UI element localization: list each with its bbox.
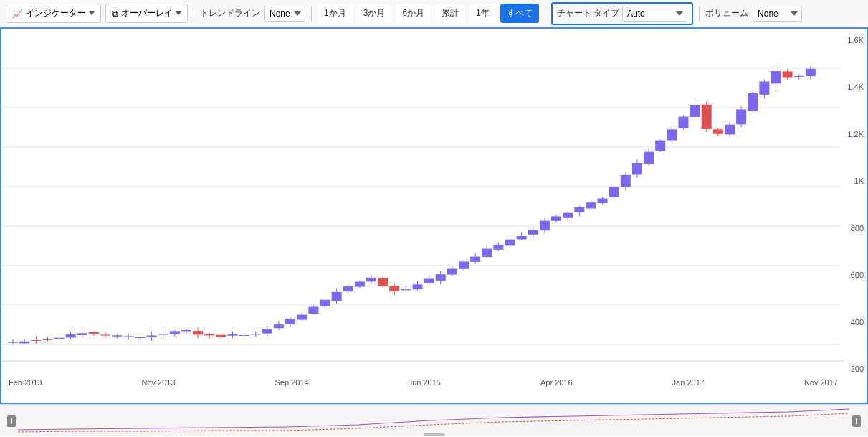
- svg-rect-73: [378, 278, 388, 286]
- svg-rect-53: [262, 329, 272, 334]
- mini-chart-svg: [0, 405, 868, 433]
- svg-rect-69: [355, 282, 365, 287]
- overlay-button[interactable]: ⧉ オーバーレイ: [105, 4, 188, 23]
- svg-rect-83: [436, 274, 446, 281]
- svg-rect-107: [574, 207, 584, 212]
- svg-rect-23: [89, 332, 99, 334]
- svg-rect-13: [31, 340, 41, 341]
- svg-rect-75: [389, 286, 399, 292]
- svg-rect-71: [366, 278, 376, 281]
- mini-price-line-1: [18, 409, 849, 430]
- svg-rect-115: [621, 175, 631, 187]
- svg-rect-99: [528, 230, 538, 235]
- svg-rect-123: [667, 129, 677, 140]
- period-1year-button[interactable]: 1年: [469, 4, 496, 23]
- period-6month-button[interactable]: 6か月: [396, 4, 431, 23]
- svg-rect-59: [297, 314, 307, 319]
- separator-1: [194, 6, 194, 21]
- separator-2: [311, 6, 312, 21]
- svg-rect-33: [147, 335, 157, 337]
- svg-rect-127: [690, 105, 700, 117]
- svg-rect-147: [806, 69, 816, 76]
- svg-rect-41: [193, 331, 203, 334]
- svg-rect-101: [540, 221, 550, 231]
- svg-rect-45: [216, 335, 226, 337]
- period-1month-button[interactable]: 1か月: [318, 4, 353, 23]
- svg-rect-139: [759, 82, 769, 95]
- svg-rect-21: [77, 333, 87, 335]
- svg-rect-31: [135, 337, 145, 338]
- svg-rect-117: [632, 163, 642, 174]
- svg-rect-39: [181, 330, 191, 332]
- mini-price-line-2: [18, 413, 849, 432]
- svg-rect-105: [563, 213, 573, 218]
- svg-rect-61: [308, 307, 318, 314]
- period-3month-button[interactable]: 3か月: [357, 4, 392, 23]
- svg-rect-81: [424, 278, 434, 283]
- svg-rect-113: [609, 187, 619, 197]
- mini-chart-resize-handle[interactable]: [424, 432, 445, 436]
- svg-rect-29: [123, 336, 133, 337]
- svg-rect-51: [251, 334, 261, 334]
- svg-rect-11: [19, 342, 29, 344]
- resize-bar: [424, 433, 445, 436]
- svg-rect-129: [702, 105, 712, 129]
- svg-rect-25: [100, 335, 110, 336]
- chart-type-group: チャート タイプ Auto Candlestick OHLC Line Area: [551, 2, 693, 25]
- svg-rect-119: [644, 152, 654, 164]
- svg-rect-141: [771, 71, 781, 83]
- svg-rect-133: [725, 125, 735, 135]
- svg-rect-97: [517, 236, 527, 239]
- trendline-select[interactable]: None Line Ray: [264, 6, 305, 22]
- separator-3: [545, 6, 545, 21]
- separator-4: [699, 6, 700, 21]
- period-all-button[interactable]: すべて: [500, 4, 539, 23]
- svg-rect-19: [66, 334, 76, 337]
- svg-rect-47: [227, 334, 237, 336]
- indicator-chevron-icon: [89, 11, 95, 15]
- svg-rect-111: [598, 199, 608, 204]
- chart-type-label: チャート タイプ: [557, 7, 619, 19]
- svg-rect-131: [713, 129, 723, 133]
- svg-rect-15: [42, 339, 52, 340]
- indicator-icon: 📈: [12, 9, 23, 19]
- svg-rect-89: [470, 257, 480, 262]
- svg-rect-109: [586, 202, 596, 208]
- svg-rect-9: [8, 342, 18, 342]
- svg-rect-85: [447, 268, 457, 274]
- svg-rect-121: [655, 141, 665, 151]
- svg-rect-43: [204, 334, 214, 336]
- mini-chart[interactable]: [0, 404, 868, 436]
- svg-rect-63: [320, 300, 330, 306]
- overlay-chevron-icon: [176, 11, 181, 15]
- volume-select[interactable]: None Volume: [753, 6, 802, 22]
- overlay-label: オーバーレイ: [121, 7, 173, 19]
- mini-scroll-right-handle[interactable]: [852, 415, 861, 427]
- svg-rect-35: [158, 334, 168, 334]
- svg-rect-143: [783, 71, 793, 77]
- svg-rect-91: [482, 249, 492, 258]
- trendline-label: トレンドライン: [200, 7, 260, 19]
- svg-rect-137: [748, 93, 758, 111]
- period-cumulative-button[interactable]: 累計: [435, 4, 465, 23]
- indicator-label: インジケーター: [26, 7, 86, 19]
- svg-rect-95: [505, 240, 515, 246]
- svg-rect-17: [54, 338, 65, 339]
- mini-scroll-left-handle[interactable]: [7, 415, 16, 427]
- svg-rect-49: [239, 335, 249, 336]
- svg-rect-79: [413, 284, 423, 289]
- svg-rect-125: [678, 117, 688, 128]
- svg-rect-55: [274, 324, 284, 328]
- svg-rect-57: [285, 319, 295, 324]
- indicator-button[interactable]: 📈 インジケーター: [6, 4, 101, 23]
- chart-container[interactable]: 1.6K 1.4K 1.2K 1K 800 600 400 200 Feb 20…: [0, 27, 868, 404]
- svg-rect-67: [343, 286, 353, 291]
- svg-rect-145: [794, 76, 804, 77]
- svg-rect-27: [112, 335, 122, 336]
- svg-rect-37: [170, 331, 180, 334]
- chart-type-select[interactable]: Auto Candlestick OHLC Line Area: [622, 6, 687, 22]
- chart-svg: [1, 29, 867, 403]
- svg-rect-77: [401, 289, 411, 290]
- toolbar: 📈 インジケーター ⧉ オーバーレイ トレンドライン None Line Ray…: [0, 0, 868, 27]
- svg-rect-65: [332, 292, 342, 301]
